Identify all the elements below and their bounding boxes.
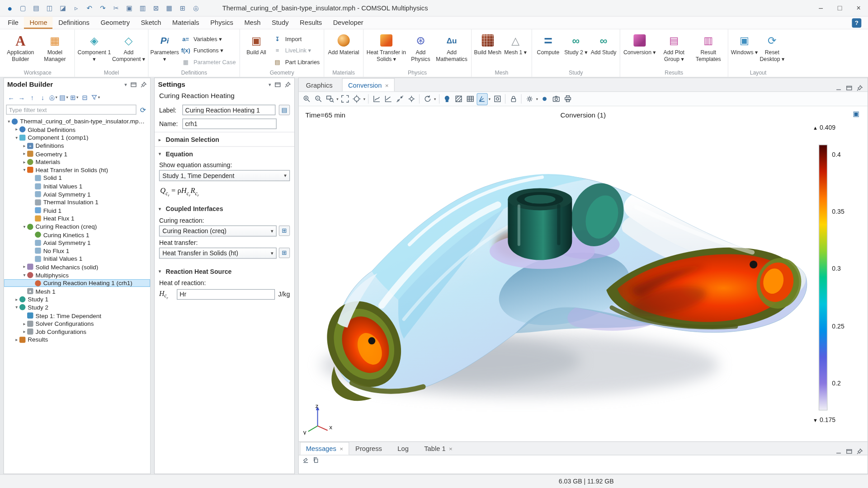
tree-expander[interactable]: ▸ xyxy=(22,264,27,269)
image-snapshot-icon[interactable] xyxy=(551,93,562,105)
tree-item[interactable]: ▾ Thermal_curing_of_basin-type_insulator… xyxy=(4,117,151,126)
show-options-icon[interactable]: ◎▾ xyxy=(48,92,58,102)
maximize-button[interactable]: □ xyxy=(830,0,849,16)
tree-item[interactable]: ▾ Multiphysics xyxy=(4,271,151,279)
cut-line-icon[interactable] xyxy=(394,93,406,105)
menu-item[interactable]: Definitions xyxy=(53,17,95,29)
tree-item[interactable]: Thermal Insulation 1 xyxy=(4,198,151,206)
messages-tab[interactable]: Log xyxy=(392,442,418,455)
compute-button[interactable]: =Compute xyxy=(534,30,562,69)
detach-panel-icon[interactable] xyxy=(274,81,281,88)
tree-item[interactable]: Initial Values 1 xyxy=(4,182,151,190)
tree-item[interactable]: ▾ Curing Reaction (creq) xyxy=(4,222,151,230)
expand-nodes-icon[interactable]: ⊞▾ xyxy=(69,92,79,102)
menu-item[interactable]: Developer xyxy=(327,17,369,29)
menu-item[interactable]: Home xyxy=(24,17,53,29)
tree-item[interactable]: ▾ Heat Transfer in Solids (ht) xyxy=(4,166,151,174)
minimize-panel-icon[interactable] xyxy=(835,448,842,455)
qat-icon[interactable]: ⊠ xyxy=(150,3,162,14)
parameters-button[interactable]: PiParameters ▾ xyxy=(151,30,178,69)
go-forward-icon[interactable]: → xyxy=(17,92,27,102)
study-button[interactable]: ∞Study 2 ▾ xyxy=(562,30,590,69)
tree-item[interactable]: ▸ Materials xyxy=(4,158,151,166)
equation-study-select[interactable]: Study 1, Time Dependent▾ xyxy=(159,170,290,181)
functions-button[interactable]: f(x)Functions ▾ xyxy=(179,45,238,55)
tree-expander[interactable]: ▸ xyxy=(14,337,19,342)
result-templates-button[interactable]: ▥Result Templates xyxy=(691,30,726,69)
filter-icon[interactable]: ▾ xyxy=(90,92,100,102)
tree-item[interactable]: ▸ ≡ Definitions xyxy=(4,142,151,150)
heat-transfer-select[interactable]: Heat Transfer in Solids (ht)▾ xyxy=(159,248,277,259)
section-reaction-heat-source[interactable]: ▾Reaction Heat Source xyxy=(155,266,294,277)
tree-expander[interactable]: ▾ xyxy=(14,305,19,310)
tree-expander[interactable]: ▾ xyxy=(22,168,27,173)
qat-icon[interactable]: ↶ xyxy=(83,3,96,14)
add-material-button[interactable]: Add Material xyxy=(326,30,361,69)
tree-item[interactable]: Solid 1 xyxy=(4,174,151,182)
mesh-button[interactable]: △Mesh 1 ▾ xyxy=(501,30,529,69)
name-input[interactable] xyxy=(182,118,276,129)
copy-messages-icon[interactable] xyxy=(312,456,319,465)
interactive-positioning-icon[interactable] xyxy=(476,93,488,105)
plot-second-icon[interactable] xyxy=(382,93,394,105)
add-physics-button[interactable]: ⊛Add Physics xyxy=(407,30,434,69)
part-libraries-button[interactable]: ▤Part Libraries xyxy=(270,56,321,67)
tree-item[interactable]: Curing Kinetics 1 xyxy=(4,230,151,239)
tree-expander[interactable]: ▸ xyxy=(22,160,27,164)
panel-splitter[interactable] xyxy=(295,78,298,474)
menu-item[interactable]: Mesh xyxy=(239,17,266,29)
move-up-icon[interactable]: ↑ xyxy=(27,92,37,102)
add-component-button[interactable]: ◇Add Component ▾ xyxy=(111,30,146,69)
panel-splitter[interactable] xyxy=(151,78,154,474)
tree-expander[interactable]: ▸ xyxy=(22,143,27,148)
qat-icon[interactable]: ▤ xyxy=(30,3,42,14)
tree-expander[interactable]: ▾ xyxy=(14,135,19,140)
application-builder-button[interactable]: AApplication Builder xyxy=(3,30,38,69)
refresh-filter-icon[interactable]: ⟳ xyxy=(138,105,148,115)
plot-properties-icon[interactable]: ▣ xyxy=(853,110,860,118)
insulator-3d-plot[interactable] xyxy=(299,106,868,441)
plot-settings-icon[interactable] xyxy=(524,93,535,105)
tree-item[interactable]: ▾ Study 2 xyxy=(4,303,151,311)
node-label-options-icon[interactable]: ▤▾ xyxy=(59,92,69,102)
model-manager-button[interactable]: ▦Model Manager xyxy=(38,30,72,69)
detach-panel-icon[interactable] xyxy=(846,448,853,455)
build-all-button[interactable]: ▣Build All xyxy=(242,30,270,69)
tab-close-icon[interactable]: × xyxy=(449,446,453,452)
pin-panel-icon[interactable] xyxy=(140,81,147,88)
build-mesh-button[interactable]: Build Mesh xyxy=(474,30,501,69)
tab-close-icon[interactable]: × xyxy=(385,82,389,89)
add-mathematics-button[interactable]: ΔuAdd Mathematics xyxy=(434,30,469,69)
probe-icon[interactable] xyxy=(406,93,417,105)
qat-icon[interactable]: ◎ xyxy=(189,3,202,14)
qat-icon[interactable]: ▦ xyxy=(163,3,175,14)
tree-item[interactable]: Fluid 1 xyxy=(4,206,151,215)
tree-item[interactable]: ▸ Study 1 xyxy=(4,295,151,303)
minimize-button[interactable]: – xyxy=(811,0,830,16)
messages-tab[interactable]: Messages× xyxy=(300,442,349,455)
section-domain-selection[interactable]: ▸Domain Selection xyxy=(155,133,294,145)
variables-button[interactable]: a=Variables ▾ xyxy=(179,33,238,44)
menu-item[interactable]: Geometry xyxy=(95,17,135,29)
windows-button[interactable]: ▣Windows ▾ xyxy=(731,30,758,69)
refresh-plot-icon[interactable] xyxy=(422,93,433,105)
conversion-button[interactable]: Conversion ▾ xyxy=(623,30,657,69)
tree-item[interactable]: Axial Symmetry 1 xyxy=(4,190,151,198)
livelink-button[interactable]: ≡LiveLink ▾ xyxy=(270,45,321,55)
zoom-extents-icon[interactable] xyxy=(340,93,351,105)
panel-menu-icon[interactable]: ▾ xyxy=(124,82,127,87)
tab-close-icon[interactable]: × xyxy=(340,446,343,452)
tree-item[interactable]: ▸ Global Definitions xyxy=(4,126,151,134)
pin-panel-icon[interactable] xyxy=(856,85,863,92)
tree-expander[interactable]: ▾ xyxy=(22,224,27,229)
parameter-case-button[interactable]: ▦Parameter Case xyxy=(179,56,238,67)
reset-desktop-button[interactable]: ⟳Reset Desktop ▾ xyxy=(758,30,786,69)
add-study-button[interactable]: ∞Add Study xyxy=(590,30,617,69)
qat-icon[interactable]: ● xyxy=(3,3,16,14)
scene-light-icon[interactable] xyxy=(442,93,453,105)
qat-icon[interactable]: ▥ xyxy=(137,3,149,14)
pin-panel-icon[interactable] xyxy=(856,448,863,455)
tree-expander[interactable]: ▾ xyxy=(22,272,27,277)
close-button[interactable]: × xyxy=(849,0,868,16)
tree-item[interactable]: Initial Values 1 xyxy=(4,255,151,263)
